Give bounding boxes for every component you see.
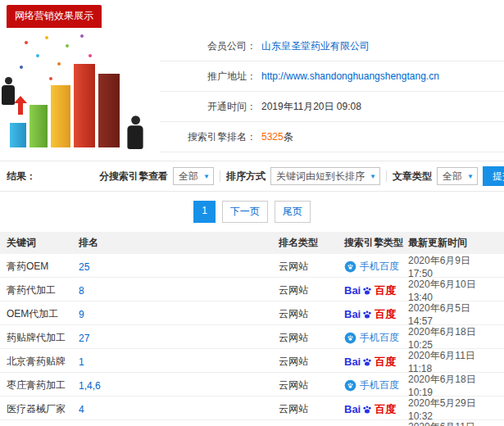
mobile-baidu-icon <box>344 379 356 392</box>
table-row: 枣庄膏药加工1,4,6云网站手机百度2020年6月18日 10:19 <box>0 373 504 397</box>
confetti-dot <box>49 77 52 80</box>
info-row: 会员公司： 山东皇圣堂药业有限公司 <box>160 31 504 61</box>
divider <box>220 170 220 182</box>
engine-cell: Bai百度 <box>344 283 408 298</box>
rank-link[interactable]: 1,4,6 <box>79 380 101 392</box>
promo-url-label: 推广地址： <box>160 70 257 84</box>
article-type-label: 文章类型 <box>393 170 432 184</box>
rank-link[interactable]: 27 <box>79 333 89 344</box>
rank-count-value: 5325 <box>261 131 284 143</box>
rank-type-cell: 云网站 <box>279 307 344 321</box>
page: 网络营销效果展示 会员公司： 山东皇圣堂药业有限公司 <box>0 0 504 426</box>
baidu-logo-cn: 百度 <box>375 402 396 417</box>
engine-cell: 手机百度 <box>344 331 408 345</box>
summary-section: 会员公司： 山东皇圣堂药业有限公司 推广地址： http://www.shand… <box>0 29 504 152</box>
sort-select[interactable]: 关键词由短到长排序 ▼ <box>270 167 380 185</box>
rank-link[interactable]: 9 <box>79 309 84 320</box>
chevron-down-icon: ▼ <box>467 169 474 185</box>
engine-cell: Bai百度 <box>344 355 408 369</box>
sort-value: 关键词由短到长排序 <box>276 170 365 182</box>
promo-url-link[interactable]: http://www.shandonghuangshengtang.cn <box>261 70 439 82</box>
info-row: 搜索引擎排名： 5325 条 <box>160 122 504 152</box>
baidu-paw-icon <box>361 404 373 415</box>
results-table: 关键词 排名 排名类型 搜索引擎类型 最新更新时间 膏药OEM25云网站手机百度… <box>0 232 504 426</box>
confetti-dot <box>57 62 61 66</box>
confetti-dot <box>80 34 84 38</box>
member-company-label: 会员公司： <box>160 39 257 53</box>
update-time-cell: 2020年6月18日 10:19 <box>408 373 497 398</box>
baidu-logo-cn: 百度 <box>375 307 396 322</box>
keyword-cell: 医疗器械厂家 <box>7 402 79 416</box>
last-page-button[interactable]: 尾页 <box>275 201 311 223</box>
member-info: 会员公司： 山东皇圣堂药业有限公司 推广地址： http://www.shand… <box>160 31 504 152</box>
rank-count-unit: 条 <box>284 130 293 144</box>
update-time-cell: 2020年5月29日 10:32 <box>408 397 497 422</box>
sort-label: 排序方式 <box>226 170 266 184</box>
submit-button[interactable]: 提交 <box>483 166 504 186</box>
update-time-cell: 2020年6月10日 13:40 <box>408 278 497 303</box>
mobile-baidu-label: 手机百度 <box>360 260 399 274</box>
table-row: 菏泽膏药厂家17云网站手机百度2020年6月11日 11:17 <box>0 420 504 426</box>
table-row: 北京膏药贴牌1云网站Bai百度2020年6月11日 11:18 <box>0 349 504 373</box>
article-type-value: 全部 <box>443 170 462 182</box>
confetti-dot <box>36 54 39 57</box>
keyword-cell: OEM代加工 <box>7 307 79 321</box>
baidu-paw-icon <box>361 309 373 320</box>
filter-controls: 分搜索引擎查看 全部 ▼ 排序方式 关键词由短到长排序 ▼ 文章类型 全部 ▼ … <box>99 166 504 186</box>
update-time-cell: 2020年6月11日 11:18 <box>408 349 497 374</box>
update-time-cell: 2020年6月9日 17:50 <box>408 254 497 279</box>
rank-type-cell: 云网站 <box>279 331 344 345</box>
divider <box>386 170 387 182</box>
baidu-logo-cn: 百度 <box>375 355 396 369</box>
rank-type-cell: 云网站 <box>279 378 344 392</box>
keyword-cell: 药贴牌代加工 <box>7 331 79 345</box>
rank-link[interactable]: 8 <box>79 285 84 297</box>
baidu-paw-icon <box>361 285 373 297</box>
next-page-button[interactable]: 下一页 <box>222 201 268 223</box>
result-label: 结果： <box>7 170 36 184</box>
marketing-illustration <box>0 29 160 152</box>
confetti-dot <box>20 66 23 69</box>
col-rank: 排名 <box>79 236 279 250</box>
engine-filter-label: 分搜索引擎查看 <box>99 170 168 184</box>
page-title: 网络营销效果展示 <box>7 5 102 28</box>
mobile-baidu-label: 手机百度 <box>360 331 399 345</box>
member-company-link[interactable]: 山东皇圣堂药业有限公司 <box>261 39 370 53</box>
rank-link[interactable]: 25 <box>79 261 89 273</box>
rank-count-label: 搜索引擎排名： <box>160 130 257 144</box>
article-type-select[interactable]: 全部 ▼ <box>437 167 478 185</box>
chevron-down-icon: ▼ <box>203 169 210 185</box>
rank-link[interactable]: 1 <box>79 356 84 368</box>
chart-bar <box>30 105 48 147</box>
engine-filter-select[interactable]: 全部 ▼ <box>173 167 214 185</box>
table-row: OEM代加工9云网站Bai百度2020年6月5日 14:57 <box>0 301 504 325</box>
baidu-logo-text: Bai <box>344 356 361 368</box>
page-number-current[interactable]: 1 <box>193 201 216 223</box>
table-row: 膏药代加工8云网站Bai百度2020年6月10日 13:40 <box>0 278 504 301</box>
businessman-figure <box>127 116 143 149</box>
chart-bar <box>51 85 70 147</box>
table-row: 医疗器械厂家4云网站Bai百度2020年5月29日 10:32 <box>0 397 504 420</box>
baidu-logo-text: Bai <box>344 284 361 297</box>
filter-bar: 结果： 分搜索引擎查看 全部 ▼ 排序方式 关键词由短到长排序 ▼ 文章类型 全… <box>0 161 504 192</box>
table-row: 膏药OEM25云网站手机百度2020年6月9日 17:50 <box>0 254 504 278</box>
chevron-down-icon: ▼ <box>370 169 376 185</box>
update-time-cell: 2020年6月18日 10:25 <box>408 325 497 351</box>
confetti-dot <box>25 41 28 44</box>
keyword-cell: 膏药代加工 <box>7 283 79 297</box>
update-time-cell: 2020年6月5日 14:57 <box>408 301 497 327</box>
engine-cell: Bai百度 <box>344 307 408 322</box>
mobile-baidu-icon <box>344 261 356 273</box>
update-time-cell: 2020年6月11日 11:17 <box>408 420 497 426</box>
table-row: 药贴牌代加工27云网站手机百度2020年6月18日 10:25 <box>0 325 504 349</box>
info-row: 推广地址： http://www.shandonghuangshengtang.… <box>160 61 504 92</box>
chart-bar <box>74 64 95 147</box>
rank-type-cell: 云网站 <box>279 355 344 369</box>
keyword-cell: 北京膏药贴牌 <box>7 355 79 369</box>
baidu-logo-text: Bai <box>344 308 361 320</box>
confetti-dot <box>66 44 69 48</box>
open-time-value: 2019年11月20日 09:08 <box>261 100 361 114</box>
rank-link[interactable]: 4 <box>79 404 84 415</box>
confetti-dot <box>89 54 92 57</box>
col-engine-type: 搜索引擎类型 <box>344 236 408 250</box>
